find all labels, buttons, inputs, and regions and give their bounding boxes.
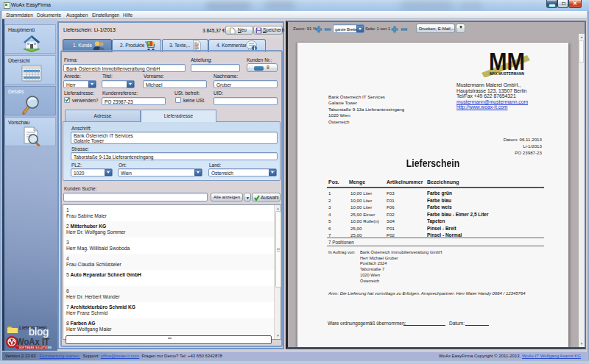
svg-text:SOFTWARE SOLUTIONS: SOFTWARE SOLUTIONS	[19, 346, 52, 349]
